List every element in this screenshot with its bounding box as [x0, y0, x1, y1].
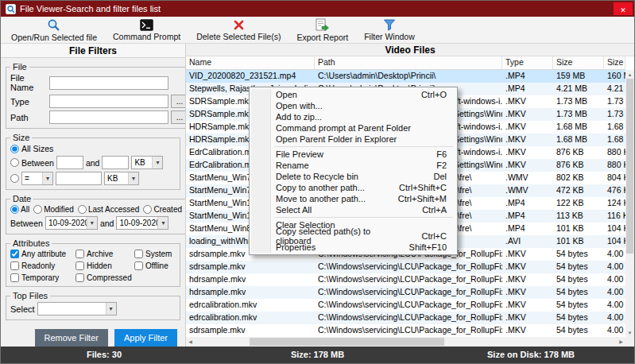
size-between-radio[interactable]	[10, 158, 19, 167]
table-row[interactable]: edrcalibration.mkv C:\Windows\servicing\…	[186, 312, 625, 324]
context-menu-item[interactable]: Select All Ctrl+A	[250, 204, 456, 215]
table-row[interactable]: sdrsample.mkv C:\Windows\servicing\LCU\P…	[186, 261, 625, 273]
type-browse-button[interactable]: ...	[171, 95, 186, 108]
apply-filter-button[interactable]: Apply Filter	[114, 329, 177, 347]
file-size-cell: 54 bytes	[553, 261, 604, 273]
all-sizes-radio[interactable]	[10, 145, 19, 153]
attribute-checkbox[interactable]	[10, 273, 19, 282]
file-name-cell: edrcalibration.mkv	[186, 312, 315, 324]
close-button[interactable]	[614, 2, 633, 15]
top-files-dropdown[interactable]	[37, 302, 117, 316]
file-size-on-disk-cell: 104 KB	[604, 235, 625, 248]
context-menu-item[interactable]: File Preview F6	[250, 149, 456, 160]
menu-item-label: Copy to another path...	[276, 183, 365, 192]
scroll-down-arrow-icon[interactable]	[625, 328, 634, 337]
context-menu-item[interactable]: Open Ctrl+O	[250, 89, 456, 100]
date-last-accessed-radio[interactable]	[78, 205, 87, 214]
delete-selected-files-button[interactable]: Delete Selected File(s)	[189, 17, 288, 42]
context-menu-item[interactable]: Delete to Recycle bin Del	[250, 171, 456, 182]
attribute-checkbox[interactable]	[134, 261, 143, 270]
path-browse-button[interactable]: ...	[171, 110, 186, 124]
context-menu-item[interactable]: Move to another path... Ctrl+Shift+M	[250, 193, 456, 204]
command-prompt-button[interactable]: Command Prompt	[106, 17, 188, 42]
context-menu-item[interactable]: Copy selected path(s) to clipboard Ctrl+…	[250, 230, 456, 242]
attribute-checkbox[interactable]	[76, 261, 84, 270]
size-from-input[interactable]	[56, 156, 83, 169]
scroll-up-arrow-icon[interactable]	[625, 70, 634, 79]
remove-filter-button[interactable]: Remove Filter	[35, 329, 108, 347]
attribute-checkbox-option[interactable]: Archive	[76, 250, 134, 258]
column-header-name[interactable]: Name	[186, 56, 315, 69]
context-menu-item[interactable]: Copy to another path... Ctrl+Shift+C	[250, 182, 456, 193]
attribute-checkbox[interactable]	[10, 250, 19, 258]
attribute-checkbox[interactable]	[76, 273, 84, 282]
menu-item-label: Add to zip...	[276, 112, 322, 122]
attribute-checkbox-option[interactable]: Temporary	[10, 273, 76, 282]
attribute-checkbox-option[interactable]: Compressed	[76, 273, 134, 282]
table-row[interactable]: edrcalibration.mkv C:\Windows\servicing\…	[186, 299, 625, 312]
date-to-picker[interactable]: 10-09-2020	[116, 216, 168, 230]
attribute-checkbox-option[interactable]: Hidden	[76, 261, 134, 270]
date-modified-radio[interactable]	[33, 205, 42, 214]
date-all-option[interactable]: All	[10, 205, 29, 214]
status-size-on-disk: Size on Disk: 178 MB	[487, 347, 575, 363]
context-menu-item[interactable]: Properties Shift+F10	[250, 242, 456, 253]
column-header-size-on-disk[interactable]: Size on Disk	[604, 56, 625, 69]
size-operator-dropdown[interactable]: =	[21, 172, 53, 185]
date-created-radio[interactable]	[143, 205, 152, 214]
scroll-left-arrow-icon[interactable]	[186, 337, 195, 346]
table-row[interactable]: hdrsample.mkv C:\Windows\servicing\LCU\P…	[186, 286, 625, 299]
size-unit-dropdown[interactable]: KB	[131, 156, 163, 169]
tool-button-label: Export Report	[296, 33, 348, 42]
menu-item-shortcut: Ctrl+Shift+C	[399, 183, 447, 192]
attribute-checkbox-option[interactable]: System	[134, 250, 176, 258]
file-size-on-disk-cell: 4.00 KB	[604, 261, 625, 273]
horizontal-scrollbar[interactable]	[186, 337, 625, 347]
date-last-accessed-option[interactable]: Last Accessed	[78, 205, 139, 214]
size-to-input[interactable]	[102, 156, 129, 169]
date-all-radio[interactable]	[10, 205, 19, 214]
context-menu-item[interactable]: Add to zip...	[250, 111, 456, 122]
scroll-right-arrow-icon[interactable]	[617, 337, 625, 346]
file-size-on-disk-cell: 4.00 KB	[604, 248, 625, 261]
context-menu-item[interactable]: Open Parent Folder in Explorer	[250, 134, 456, 145]
attribute-checkbox[interactable]	[76, 250, 84, 258]
size-exact-radio[interactable]	[10, 174, 19, 183]
export-report-button[interactable]: Export Report	[289, 17, 355, 42]
horizontal-scrollbar-thumb[interactable]	[250, 338, 444, 346]
context-menu-item[interactable]: Open with...	[250, 100, 456, 111]
column-header-path[interactable]: Path	[315, 56, 502, 69]
type-input[interactable]	[49, 95, 168, 108]
column-header-size[interactable]: Size	[553, 56, 604, 69]
vertical-scrollbar-thumb[interactable]	[626, 79, 633, 254]
attribute-label: Compressed	[87, 273, 132, 282]
table-row[interactable]: VID_20200820_231521.mp4 C:\Users\admin\D…	[186, 70, 625, 83]
attribute-checkbox[interactable]	[134, 250, 143, 258]
context-menu-item[interactable]: Rename F2	[250, 160, 456, 171]
size-exact-unit-dropdown[interactable]: KB	[104, 172, 139, 185]
file-type-cell: .MKV	[502, 134, 553, 146]
context-menu-item[interactable]: Command prompt at Parent Folder	[250, 122, 456, 134]
date-created-option[interactable]: Created	[143, 205, 182, 214]
file-size-cell: 876 KB	[553, 146, 604, 159]
attribute-checkbox-option[interactable]: Offline	[134, 261, 176, 270]
file-size-cell: 54 bytes	[553, 286, 604, 299]
attribute-checkbox-option[interactable]: Any attribute	[10, 250, 76, 258]
path-label: Path	[10, 113, 47, 122]
filter-window-button[interactable]: Filter Window	[357, 17, 422, 42]
size-exact-input[interactable]	[56, 172, 102, 185]
date-modified-option[interactable]: Modified	[33, 205, 74, 214]
column-header-type[interactable]: Type	[502, 56, 553, 69]
open-run-selected-file-button[interactable]: Open/Run Selected file	[4, 17, 104, 42]
table-row[interactable]: sdrsample.mkv C:\Windows\servicing\LCU\P…	[186, 324, 625, 337]
chevron-down-icon	[106, 303, 116, 315]
vertical-scrollbar[interactable]	[625, 70, 634, 337]
attribute-checkbox[interactable]	[10, 261, 19, 270]
file-size-on-disk-cell: 1.73 MB	[604, 108, 625, 121]
attribute-label: Readonly	[21, 261, 55, 270]
path-input[interactable]	[49, 110, 168, 124]
attribute-checkbox-option[interactable]: Readonly	[10, 261, 76, 270]
table-row[interactable]: hdrsample.mkv C:\Windows\servicing\LCU\P…	[186, 273, 625, 286]
file-name-input[interactable]	[49, 76, 168, 90]
date-from-picker[interactable]: 10-09-2020	[45, 216, 98, 230]
